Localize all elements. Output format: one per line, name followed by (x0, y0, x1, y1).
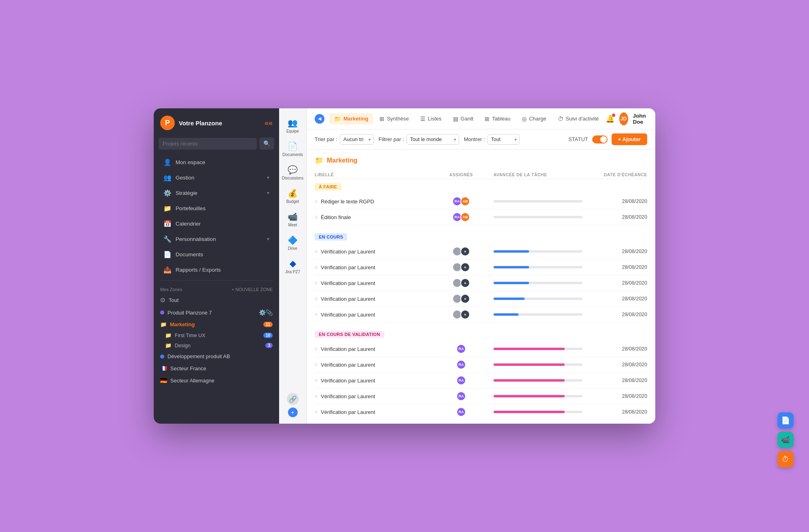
sidebar-item-personnalisation[interactable]: 🔧 Personnalisation ▾ (157, 232, 276, 247)
drag-handle-icon: ≡ (315, 198, 318, 204)
table-row[interactable]: ≡ Vérification par Laurent + 28/08/2020 (315, 307, 647, 323)
icon-col-jira[interactable]: ◆ Jira PZ7 (281, 255, 305, 277)
back-btn[interactable]: ◀ (315, 114, 324, 124)
toolbar: Trier par : Aucun tri Filtrer par : Tout… (307, 129, 655, 150)
task-label-cell: ≡ Vérification par Laurent (315, 346, 429, 352)
trier-select[interactable]: Aucun tri (340, 134, 374, 145)
tab-tableau[interactable]: ⊞ Tableau (480, 113, 515, 125)
filtrer-select[interactable]: Tout le monde (407, 134, 459, 145)
icon-col-budget[interactable]: 💰 Budget (281, 185, 305, 207)
zone-label: Secteur France (170, 365, 206, 372)
filtrer-group: Filtrer par : Tout le monde (379, 134, 459, 145)
table-row[interactable]: ≡ Vérification par Laurent RA 28/08/2020 (315, 341, 647, 357)
tab-marketing[interactable]: 📁 Marketing (329, 113, 373, 125)
search-button[interactable]: 🔍 (259, 137, 274, 150)
icon-col-drive[interactable]: 🔷 Drive (281, 232, 305, 254)
sidebar-item-rapports[interactable]: 📤 Rapports / Exports (157, 262, 276, 277)
task-label-cell: ≡ Rédiger le texte RGPD (315, 198, 429, 205)
sidebar-item-documents[interactable]: 📄 Documents (157, 247, 276, 262)
table-row[interactable]: ≡ Vérification par Laurent RA 28/08/2020 (315, 373, 647, 388)
toolbar-right: STATUT + Ajouter (568, 133, 647, 145)
chain-link-btn[interactable]: 🔗 (287, 393, 299, 405)
progress-cell (493, 379, 582, 382)
table-row[interactable]: ≡ Vérification par Laurent RA 28/08/2020 (315, 357, 647, 373)
doc-fab-btn[interactable]: 📄 (777, 412, 794, 429)
date-cell: 28/08/2020 (582, 362, 647, 367)
sidebar-collapse-btn[interactable]: «« (265, 119, 273, 127)
folder-tab-icon: 📁 (334, 116, 341, 122)
notification-bell[interactable]: 🔔 (606, 114, 614, 123)
zone-item-tout[interactable]: ⊙ Tout (154, 293, 279, 306)
statut-toggle[interactable] (592, 135, 608, 144)
date-cell: 28/08/2020 (582, 346, 647, 352)
icon-col-equipe[interactable]: 👥 Equipe (281, 115, 305, 137)
table-row[interactable]: ≡ Rédiger le texte RGPD RA AB 28/08/2020 (315, 194, 647, 209)
main-content: ◀ 📁 Marketing ⊞ Synthèse ☰ Listes ▤ Gant… (307, 108, 655, 424)
search-input[interactable] (159, 138, 257, 150)
zone-item-secteur-allemagne[interactable]: 🇩🇪 Secteur Allemagne (154, 374, 279, 386)
zone-item-marketing[interactable]: 📁 Marketing 11 (154, 319, 279, 330)
clock-fab-btn[interactable]: ⏱ (777, 451, 794, 467)
sidebar-item-mon-espace[interactable]: 👤 Mon espace (157, 155, 276, 170)
progress-cell (493, 411, 582, 413)
task-name: Rédiger le texte RGPD (321, 198, 374, 205)
task-label-cell: ≡ Vérification par Laurent (315, 362, 429, 368)
drive-icon: 🔷 (288, 235, 298, 245)
tab-synthese[interactable]: ⊞ Synthèse (375, 113, 413, 125)
assignees-cell: RA AB (429, 212, 493, 222)
progress-bar-bg (493, 411, 582, 413)
gestion-icon: 👥 (163, 174, 172, 182)
chevron-down-icon: ▾ (267, 190, 269, 196)
icon-col-discussions[interactable]: 💬 Discussions (281, 162, 305, 184)
table-row[interactable]: ≡ Vérification par Laurent + 28/08/2020 (315, 275, 647, 291)
table-row[interactable]: ≡ Édition finale RA AB 28/08/2020 (315, 209, 647, 225)
task-label-cell: ≡ Vérification par Laurent (315, 312, 429, 318)
user-name: John Doe (633, 113, 650, 125)
sidebar-item-label: Mon espace (176, 159, 205, 165)
add-zone-btn[interactable]: + NOUVELLE ZONE (231, 287, 273, 292)
sidebar-zones-section: Mes Zones + NOUVELLE ZONE (154, 283, 279, 293)
sidebar-item-gestion[interactable]: 👥 Gestion ▾ (157, 170, 276, 185)
tab-suivi[interactable]: ⏱ Suivi d'activité (553, 113, 604, 125)
table-row[interactable]: ≡ Vérification par Laurent + 28/08/2020 (315, 244, 647, 260)
icon-col-documents[interactable]: 📄 Documents (281, 138, 305, 160)
zone-item-secteur-france[interactable]: 🇫🇷 Secteur France (154, 362, 279, 374)
date-cell: 28/08/2020 (582, 296, 647, 302)
status-badge: EN COURS (315, 233, 347, 241)
project-item-first-time-ux[interactable]: 📁 First Time UX 10 (154, 330, 279, 340)
progress-bar-fill (493, 282, 529, 284)
video-fab-btn[interactable]: 📹 (777, 432, 794, 448)
sidebar-item-label: Personnalisation (176, 236, 216, 242)
drag-handle-icon: ≡ (315, 214, 318, 220)
sidebar-item-portefeuilles[interactable]: 📁 Portefeuilles (157, 201, 276, 216)
icon-col-meet[interactable]: 📹 Meet (281, 209, 305, 230)
table-row[interactable]: ≡ Vérification par Laurent RA 28/08/2020 (315, 388, 647, 404)
table-row[interactable]: ≡ Vérification par Laurent RA 28/08/2020 (315, 404, 647, 420)
sidebar-item-calendrier[interactable]: 📅 Calendrier (157, 216, 276, 231)
calendrier-icon: 📅 (163, 220, 172, 228)
task-label-cell: ≡ Vérification par Laurent (315, 249, 429, 255)
add-button[interactable]: + Ajouter (612, 133, 647, 145)
progress-bar-bg (493, 200, 582, 203)
sidebar-item-label: Calendrier (176, 221, 201, 227)
sidebar-divider (160, 280, 273, 281)
progress-bar-bg (493, 379, 582, 382)
tab-charge[interactable]: ◎ Charge (517, 113, 551, 125)
tab-listes[interactable]: ☰ Listes (415, 113, 447, 125)
tab-label: Charge (529, 116, 546, 122)
task-label-cell: ≡ Vérification par Laurent (315, 296, 429, 302)
sidebar-app-title: Votre Planzone (179, 120, 260, 127)
sidebar-item-strategie[interactable]: ⚙️ Stratégie ▾ (157, 186, 276, 201)
assignees-cell: RA (429, 360, 493, 369)
tab-gantt[interactable]: ▤ Gantt (448, 113, 479, 125)
add-integration-btn[interactable]: + (288, 407, 298, 417)
table-row[interactable]: ≡ Vérification par Laurent + 28/08/2020 (315, 260, 647, 275)
table-row[interactable]: ≡ Vérification par Laurent + 28/08/2020 (315, 291, 647, 307)
drag-handle-icon: ≡ (315, 249, 318, 254)
zone-item-developpement[interactable]: Développement produit AB (154, 350, 279, 362)
progress-cell (493, 216, 582, 218)
montrer-select[interactable]: Tout (487, 134, 520, 145)
project-item-design[interactable]: 📁 Design 3 (154, 340, 279, 350)
task-label-cell: ≡ Vérification par Laurent (315, 393, 429, 399)
zone-item-produit[interactable]: Produit Planzone 7 ⚙️📎 (154, 306, 279, 319)
